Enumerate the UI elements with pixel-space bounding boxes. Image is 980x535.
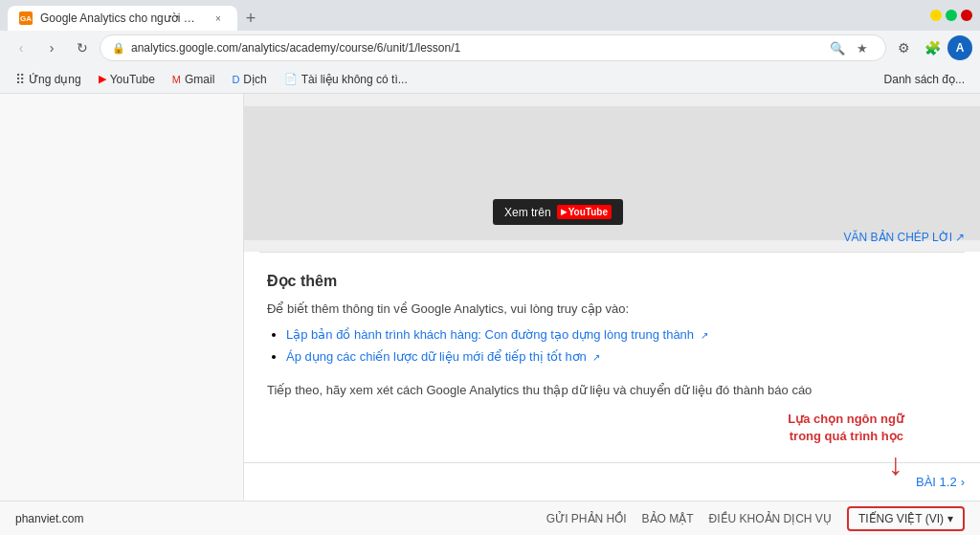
annotation-arrow-icon: ↓ [888, 449, 903, 479]
privacy-link[interactable]: BẢO MẬT [642, 512, 694, 525]
bookmark-gmail[interactable]: M Gmail [165, 70, 223, 89]
transcript-label: VĂN BẢN CHÉP LỜI [844, 231, 952, 244]
reload-button[interactable]: ↻ [69, 34, 96, 61]
apps-grid-icon: ⠿ [15, 72, 25, 87]
url-text: analytics.google.com/analytics/academy/c… [131, 41, 820, 55]
language-label: TIẾNG VIỆT (VI) [858, 512, 944, 525]
sidebar [0, 94, 244, 501]
read-more-title: Đọc thêm [267, 272, 957, 290]
minimize-button[interactable] [930, 10, 942, 21]
site-brand: phanviet.com [15, 512, 83, 525]
close-window-button[interactable] [961, 10, 972, 21]
gmail-icon: M [172, 74, 181, 85]
terms-link[interactable]: ĐIỀU KHOẢN DỊCH VỤ [709, 512, 832, 525]
tab-title: Google Analytics cho người mới... [40, 11, 203, 25]
bookmark-youtube[interactable]: ▶ YouTube [91, 70, 163, 89]
docs-icon: 📄 [284, 73, 298, 85]
bookmark-gmail-label: Gmail [185, 73, 214, 86]
apps-label: Ứng dụng [29, 73, 81, 86]
bookmark-docs[interactable]: 📄 Tài liệu không có tì... [277, 70, 415, 89]
annotation-overlay: Lựa chọn ngôn ngữtrong quá trình học ↓ [788, 411, 903, 479]
next-description: Tiếp theo, hãy xem xét cách Google Analy… [267, 383, 957, 397]
list-item: Lập bản đồ hành trình khách hàng: Con đư… [286, 327, 957, 342]
external-icon-1: ↗ [701, 330, 708, 341]
read-more-links-list: Lập bản đồ hành trình khách hàng: Con đư… [267, 327, 957, 364]
read-more-link-2[interactable]: Áp dụng các chiến lược dữ liệu mới để ti… [286, 349, 600, 364]
search-icon[interactable]: 🔍 [826, 36, 849, 59]
link-text-2: Áp dụng các chiến lược dữ liệu mới để ti… [286, 349, 587, 364]
profile-button[interactable]: A [947, 35, 972, 60]
new-tab-button[interactable]: + [237, 6, 264, 31]
forward-button[interactable]: › [38, 34, 65, 61]
link-text-1: Lập bản đồ hành trình khách hàng: Con đư… [286, 327, 694, 342]
external-link-icon: ↗ [955, 231, 965, 244]
bookmark-translate-label: Dịch [243, 73, 266, 86]
next-lesson-label: BÀI 1.2 [916, 475, 957, 489]
youtube-logo: ▶ YouTube [557, 205, 612, 219]
tab-close-button[interactable]: × [211, 11, 226, 26]
video-section: Xem trên ▶ YouTube VĂN BẢN CHÉP LỜI ↗ [244, 94, 980, 252]
annotation-text: Lựa chọn ngôn ngữtrong quá trình học [788, 411, 903, 445]
transcript-link[interactable]: VĂN BẢN CHÉP LỜI ↗ [844, 231, 965, 244]
apps-button[interactable]: ⠿ Ứng dụng [8, 69, 89, 90]
bookmark-docs-label: Tài liệu không có tì... [301, 73, 408, 86]
list-item: Áp dụng các chiến lược dữ liệu mới để ti… [286, 349, 957, 364]
feedback-link[interactable]: GỬI PHẢN HỒI [546, 512, 627, 525]
back-button[interactable]: ‹ [8, 34, 34, 61]
external-icon-2: ↗ [592, 352, 600, 363]
translate-icon: D [232, 74, 239, 85]
chevron-down-icon: ▾ [947, 512, 953, 525]
watch-label: Xem trên [504, 206, 551, 219]
next-lesson-button[interactable]: BÀI 1.2 › [916, 475, 965, 489]
footer: phanviet.com GỬI PHẢN HỒI BẢO MẬT ĐIỀU K… [0, 501, 980, 535]
bookmark-translate[interactable]: D Dịch [224, 70, 274, 89]
footer-links: GỬI PHẢN HỒI BẢO MẬT ĐIỀU KHOẢN DỊCH VỤ … [546, 506, 965, 531]
language-selector[interactable]: TIẾNG VIỆT (VI) ▾ [847, 506, 965, 531]
youtube-icon: ▶ [99, 73, 106, 85]
active-tab[interactable]: GA Google Analytics cho người mới... × [8, 6, 237, 31]
watch-on-youtube-button[interactable]: Xem trên ▶ YouTube [493, 199, 623, 225]
reading-list-button[interactable]: Danh sách đọ... [877, 70, 972, 89]
read-more-subtitle: Để biết thêm thông tin về Google Analyti… [267, 301, 957, 316]
address-bar-input[interactable]: 🔒 analytics.google.com/analytics/academy… [100, 34, 886, 61]
puzzle-icon[interactable]: 🧩 [919, 34, 946, 61]
bookmark-youtube-label: YouTube [110, 73, 155, 86]
lock-icon: 🔒 [112, 42, 125, 55]
read-more-link-1[interactable]: Lập bản đồ hành trình khách hàng: Con đư… [286, 327, 708, 342]
next-arrow-icon: › [961, 475, 965, 489]
maximize-button[interactable] [946, 10, 957, 21]
bookmark-star-icon[interactable]: ★ [851, 36, 874, 59]
extensions-button[interactable]: ⚙ [890, 34, 917, 61]
tab-favicon: GA [19, 11, 33, 25]
